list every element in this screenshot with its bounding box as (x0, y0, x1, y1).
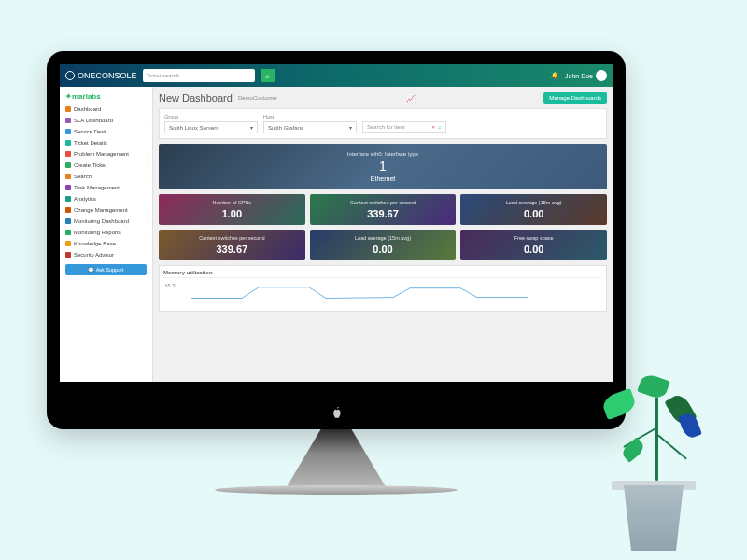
sidebar-icon (65, 129, 71, 134)
sidebar-item-label: Dashboard (74, 106, 101, 112)
sidebar-item-label: Monitoring Reports (74, 230, 121, 235)
metric-card: Load average (15m avg)0.00 (460, 194, 607, 225)
chart-area: 65.32 (163, 281, 602, 307)
metric-card: Context switches per second339.67 (310, 194, 457, 225)
sidebar-icon (65, 196, 71, 202)
sidebar-item[interactable]: Monitoring Reports› (60, 227, 152, 238)
memory-chart-panel: Memory utilization 65.32 (159, 265, 607, 312)
chevron-right-icon: › (147, 118, 148, 123)
search-icon[interactable]: ⌕ (438, 124, 442, 130)
sidebar-icon (65, 106, 71, 112)
sidebar-icon (65, 230, 71, 235)
chevron-right-icon: › (147, 241, 148, 246)
chevron-right-icon: › (147, 185, 148, 190)
breadcrumb[interactable]: DemoCustomer (238, 95, 277, 101)
plant-stem (655, 397, 658, 481)
sidebar-icon (65, 207, 71, 213)
plant-pot (616, 485, 691, 551)
sidebar-item[interactable]: Dashboard (60, 104, 152, 115)
topbar: ONECONSOLE Ticket search ⌕ 🔔 John Doe (60, 64, 613, 87)
sidebar-item-label: Knowledge Base (74, 241, 116, 246)
sidebar-item[interactable]: Problem Management› (60, 148, 152, 160)
sidebar: ✦marlabs DashboardSLA Dashboard›Service … (60, 87, 153, 382)
sidebar-icon (65, 174, 71, 179)
card-label: Context switches per second (316, 200, 451, 205)
user-menu[interactable]: John Doe (565, 70, 607, 81)
hero-value: 1 (166, 159, 599, 174)
ask-support-button[interactable]: 💬 Ask Support (65, 264, 147, 275)
sidebar-icon (65, 241, 71, 246)
sidebar-item-label: SLA Dashboard (74, 118, 113, 123)
chevron-down-icon: ▾ (349, 124, 352, 131)
user-name: John Doe (565, 73, 593, 79)
filter-bar: Group Sujith Linux Servers▾ Host Sujith … (159, 108, 607, 139)
brand-icon (65, 71, 75, 80)
chevron-right-icon: › (147, 174, 148, 179)
sidebar-item[interactable]: Security Advisor› (60, 249, 152, 260)
sidebar-item[interactable]: Service Desk› (60, 126, 152, 137)
monitor-frame: ONECONSOLE Ticket search ⌕ 🔔 John Doe ✦m… (47, 51, 626, 429)
metric-card: Free swap space0.00 (460, 230, 607, 260)
card-label: Free swap space (466, 235, 601, 241)
chart-icon[interactable]: 📈 (406, 94, 416, 103)
sidebar-item[interactable]: Search› (60, 171, 152, 182)
sidebar-item[interactable]: Monitoring Dashboard› (60, 216, 152, 227)
card-value: 339.67 (316, 208, 451, 219)
sidebar-item[interactable]: Analytics› (60, 193, 152, 204)
sidebar-item-label: Ticket Details (74, 140, 107, 146)
host-select[interactable]: Sujith Grafana▾ (263, 121, 357, 133)
chevron-right-icon: › (147, 162, 148, 168)
sidebar-item-label: Create Ticket (74, 162, 106, 168)
page-title: New Dashboard (159, 92, 233, 104)
sidebar-item-label: Monitoring Dashboard (74, 218, 129, 224)
ticket-search-input[interactable]: Ticket search (143, 69, 255, 82)
plant-stem (657, 434, 687, 459)
chart-title: Memory utilization (163, 270, 602, 278)
clear-icon[interactable]: × (431, 124, 435, 130)
card-value: 0.00 (316, 244, 451, 255)
sidebar-item[interactable]: Create Ticket› (60, 160, 152, 171)
screen: ONECONSOLE Ticket search ⌕ 🔔 John Doe ✦m… (60, 64, 613, 382)
card-label: Number of CPUs (164, 200, 300, 205)
sidebar-item-label: Change Management (74, 207, 128, 213)
monitor-base (215, 485, 458, 495)
plant-leaf (637, 372, 670, 401)
group-select[interactable]: Sujith Linux Servers▾ (164, 121, 258, 133)
chart-line (191, 286, 528, 302)
ticket-search-button[interactable]: ⌕ (261, 69, 275, 82)
chevron-right-icon: › (147, 252, 148, 258)
brand: ONECONSOLE (65, 71, 137, 80)
sidebar-item[interactable]: SLA Dashboard› (60, 115, 152, 126)
sidebar-item-label: Analytics (74, 196, 96, 202)
sidebar-icon (65, 252, 71, 258)
host-label: Host (263, 114, 357, 119)
hero-label: Interface eth0: Interface type (166, 151, 599, 157)
sidebar-item-label: Task Management (74, 185, 120, 190)
hero-card: Interface eth0: Interface type 1 Etherne… (159, 144, 607, 189)
plant-leaf (620, 437, 647, 463)
page-header: New Dashboard DemoCustomer 📈 Manage Dash… (159, 92, 607, 104)
sidebar-logo: ✦marlabs (60, 90, 152, 104)
chevron-right-icon: › (147, 129, 148, 134)
sidebar-item[interactable]: Ticket Details› (60, 137, 152, 148)
sidebar-item[interactable]: Knowledge Base› (60, 238, 152, 249)
brand-text: ONECONSOLE (78, 71, 137, 80)
search-icon: ⌕ (265, 72, 270, 80)
card-value: 1.00 (164, 208, 300, 219)
sidebar-item[interactable]: Change Management› (60, 204, 152, 216)
avatar (596, 70, 607, 81)
sidebar-item-label: Search (74, 174, 92, 179)
sidebar-item-label: Service Desk (74, 129, 106, 134)
bell-icon[interactable]: 🔔 (551, 72, 559, 79)
chevron-down-icon: ▾ (250, 124, 253, 131)
sidebar-item[interactable]: Task Management› (60, 182, 152, 193)
card-value: 0.00 (466, 244, 601, 255)
chevron-right-icon: › (147, 196, 148, 202)
monitor-stand (285, 429, 388, 490)
chart-y-label: 65.32 (165, 283, 177, 288)
sidebar-icon (65, 140, 71, 146)
hero-sub: Ethernet (166, 175, 599, 182)
chevron-right-icon: › (147, 218, 148, 224)
item-search-input[interactable]: Search for item × ⌕ (362, 121, 446, 133)
manage-dashboards-button[interactable]: Manage Dashboards (543, 92, 607, 104)
